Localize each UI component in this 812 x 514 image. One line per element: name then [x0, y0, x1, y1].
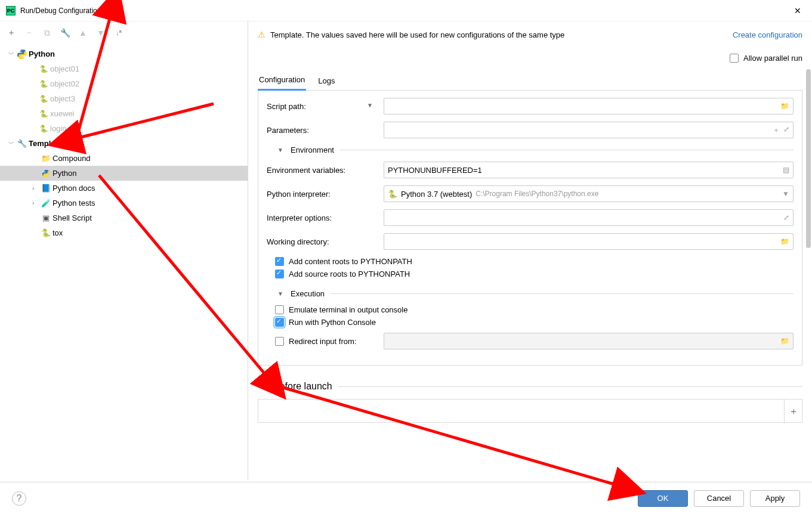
redirect-input-field: 📁	[384, 333, 794, 349]
python-icon	[41, 169, 51, 178]
allow-parallel-row: Allow parallel run	[258, 48, 802, 68]
close-button[interactable]: ✕	[789, 4, 806, 18]
cancel-button[interactable]: Cancel	[694, 490, 744, 507]
configuration-form: Script path: ▼ 📁 Parameters: ＋⤢ ▼Environ…	[258, 91, 802, 366]
insert-macro-icon[interactable]: ＋	[773, 125, 780, 135]
move-down-button: ▼	[94, 26, 107, 39]
svg-point-1	[23, 57, 24, 58]
right-panel: ⚠ Template. The values saved here will b…	[248, 21, 812, 481]
tree-item-python-docs[interactable]: ›📘Python docs	[0, 181, 248, 196]
environment-section[interactable]: ▼Environment	[267, 145, 794, 154]
add-content-roots-checkbox[interactable]	[275, 257, 284, 266]
config-toolbar: ＋ － ⧉ 🔧 ▲ ▼ ↓ª	[0, 21, 248, 44]
tree-item-compound[interactable]: 📁Compound	[0, 151, 248, 166]
tree-item-object3[interactable]: 🐍object3	[0, 91, 248, 106]
before-launch-block: ▼Before launch ＋	[258, 376, 802, 423]
redirect-input-row: Redirect input from:	[267, 337, 384, 346]
help-button[interactable]: ?	[12, 491, 26, 506]
pycharm-icon: PC	[6, 6, 16, 16]
redirect-input-checkbox[interactable]	[275, 337, 284, 346]
interpreter-options-input[interactable]: ⤢	[384, 209, 794, 226]
before-launch-header[interactable]: ▼Before launch	[258, 381, 802, 392]
browse-icon[interactable]: 📁	[780, 237, 789, 246]
allow-parallel-checkbox[interactable]	[730, 54, 739, 63]
tab-bar: Configuration Logs	[258, 72, 802, 91]
emulate-terminal-checkbox[interactable]	[275, 305, 284, 314]
tab-configuration[interactable]: Configuration	[258, 75, 306, 91]
tree-group-templates[interactable]: ﹀ 🔧 Templates	[0, 136, 248, 151]
parameters-input[interactable]: ＋⤢	[384, 122, 794, 138]
svg-point-0	[20, 50, 21, 51]
env-vars-label: Environment variables:	[267, 166, 384, 175]
run-python-console-checkbox[interactable]	[275, 318, 284, 327]
python-file-icon: 🐍	[38, 125, 49, 133]
window-title: Run/Debug Configurations	[20, 7, 104, 15]
wrench-icon: 🔧	[17, 139, 27, 148]
before-launch-add-button[interactable]: ＋	[784, 400, 802, 423]
dialog-footer: ? OK Cancel Apply	[0, 482, 812, 514]
left-panel: ＋ － ⧉ 🔧 ▲ ▼ ↓ª ﹀ Python 🐍object01 🐍objec…	[0, 21, 248, 481]
browse-icon[interactable]: 📁	[780, 102, 789, 110]
env-vars-input[interactable]: PYTHONUNBUFFERED=1▤	[384, 162, 794, 178]
python-file-icon: 🐍	[38, 95, 49, 103]
docs-icon: 📘	[41, 184, 51, 193]
add-source-roots-checkbox[interactable]	[275, 270, 284, 278]
expand-icon[interactable]: ⤢	[783, 213, 789, 222]
ok-button[interactable]: OK	[638, 490, 688, 507]
chevron-down-icon: ▼	[782, 190, 789, 198]
expand-icon[interactable]: ⤢	[783, 125, 789, 135]
list-icon[interactable]: ▤	[783, 166, 789, 174]
allow-parallel-label: Allow parallel run	[743, 54, 802, 63]
apply-button[interactable]: Apply	[750, 490, 800, 507]
tree-item-xuewei[interactable]: 🐍xuewei	[0, 106, 248, 121]
working-dir-input[interactable]: 📁	[384, 233, 794, 250]
browse-icon: 📁	[780, 337, 789, 345]
scrollbar[interactable]	[806, 69, 811, 445]
titlebar: PC Run/Debug Configurations ✕	[0, 0, 812, 21]
parameters-label: Parameters:	[267, 126, 384, 135]
edit-templates-button[interactable]: 🔧	[58, 26, 72, 39]
banner-text: Template. The values saved here will be …	[270, 30, 564, 39]
tree-item-shell-script[interactable]: ▣Shell Script	[0, 210, 248, 225]
add-source-roots-label: Add source roots to PYTHONPATH	[289, 270, 410, 278]
create-configuration-link[interactable]: Create configuration	[733, 30, 802, 39]
python-icon	[17, 49, 27, 60]
tree-item-python-template[interactable]: Python	[0, 166, 248, 181]
interpreter-select[interactable]: 🐍Python 3.7 (webtest)C:\Program Files\Py…	[384, 185, 794, 202]
template-banner: ⚠ Template. The values saved here will b…	[258, 21, 802, 48]
tab-logs[interactable]: Logs	[317, 76, 336, 90]
interpreter-options-label: Interpreter options:	[267, 213, 384, 222]
warning-icon: ⚠	[258, 30, 265, 39]
working-dir-label: Working directory:	[267, 237, 384, 246]
copy-config-button: ⧉	[41, 26, 54, 39]
python-file-icon: 🐍	[38, 80, 49, 88]
before-launch-list[interactable]: ＋	[258, 399, 802, 423]
tree-item-object01[interactable]: 🐍object01	[0, 61, 248, 76]
emulate-terminal-label: Emulate terminal in output console	[289, 305, 407, 314]
tests-icon: 🧪	[41, 199, 51, 208]
tree-item-login[interactable]: 🐍login	[0, 121, 248, 136]
python-file-icon: 🐍	[38, 110, 49, 118]
folder-icon: 📁	[41, 154, 51, 163]
add-config-button[interactable]: ＋	[5, 26, 18, 39]
script-path-input[interactable]: 📁	[384, 98, 794, 114]
config-tree[interactable]: ﹀ Python 🐍object01 🐍object02 🐍object3 🐍x…	[0, 44, 248, 481]
tree-item-object02[interactable]: 🐍object02	[0, 76, 248, 91]
python-file-icon: 🐍	[38, 65, 49, 73]
execution-section[interactable]: ▼Execution	[267, 289, 794, 298]
run-python-console-label: Run with Python Console	[289, 318, 376, 327]
add-content-roots-label: Add content roots to PYTHONPATH	[289, 257, 412, 266]
scrollbar-thumb[interactable]	[806, 69, 811, 248]
remove-config-button: －	[23, 26, 36, 39]
move-up-button: ▲	[76, 26, 89, 39]
sort-button[interactable]: ↓ª	[112, 26, 125, 39]
python-icon: 🐍	[388, 190, 397, 199]
interpreter-label: Python interpreter:	[267, 190, 384, 199]
tree-item-python-tests[interactable]: ›🧪Python tests	[0, 196, 248, 210]
tree-group-python[interactable]: ﹀ Python	[0, 47, 248, 61]
tree-item-tox[interactable]: 🐍tox	[0, 225, 248, 240]
script-path-label: Script path: ▼	[267, 102, 384, 111]
shell-icon: ▣	[41, 213, 51, 222]
tree-label: Python	[29, 49, 55, 58]
tox-icon: 🐍	[41, 228, 51, 237]
